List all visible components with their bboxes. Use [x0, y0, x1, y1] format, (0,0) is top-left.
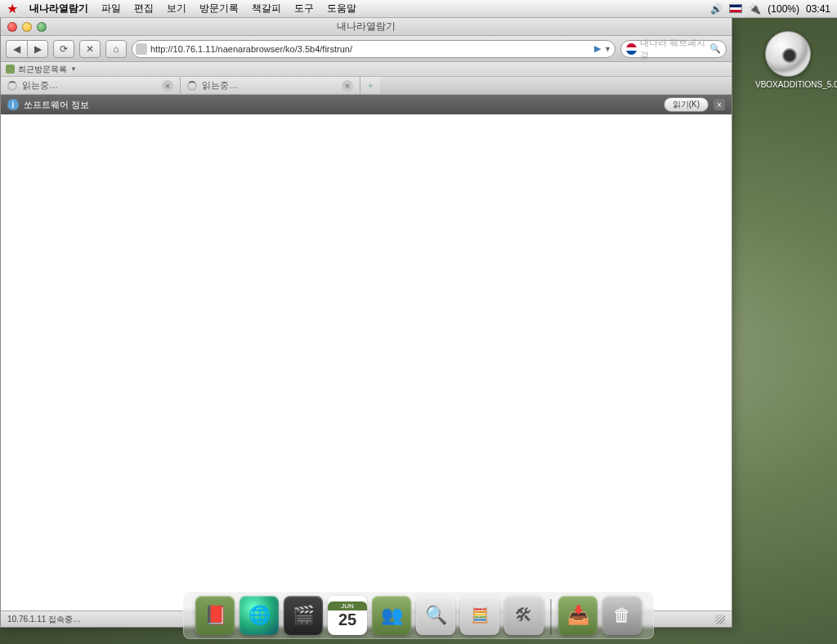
star-logo-icon[interactable]: ★ — [7, 1, 18, 16]
info-icon: i — [7, 99, 19, 110]
battery-icon[interactable]: 🔌 — [749, 3, 761, 15]
dock-calculator-icon[interactable]: 🧮 — [460, 596, 499, 635]
reload-button[interactable]: ⟳ — [53, 40, 74, 58]
tab-label: 읽는중… — [22, 79, 157, 92]
back-button[interactable]: ◀ — [6, 40, 27, 58]
window-title: 내나라열람기 — [337, 20, 396, 34]
url-text: http://10.76.1.11/naenarabrowser/ko/3.5b… — [150, 44, 352, 54]
url-dropdown-icon[interactable]: ▼ — [604, 45, 611, 53]
menu-view[interactable]: 보기 — [160, 0, 193, 17]
search-bar[interactable]: 내나라 웨브페지검 🔍 — [620, 40, 727, 58]
tab-close-button[interactable]: × — [342, 80, 353, 92]
recent-visits-bar[interactable]: 최근방문목록 ▼ — [1, 62, 732, 77]
battery-percent: (100%) — [768, 3, 799, 15]
page-content — [1, 114, 732, 610]
dock-contacts-icon[interactable]: 👥 — [372, 596, 411, 635]
info-bar: i 쏘프트웨어 정보 읽기(K) × — [1, 95, 732, 114]
dock-browser-icon[interactable]: 🌐 — [239, 596, 279, 635]
dock-settings-icon[interactable]: 🛠 — [504, 596, 544, 635]
status-text: 10.76.1.11 접속중… — [7, 614, 81, 625]
tab-strip: 읽는중… × 읽는중… × ＋ — [1, 77, 732, 95]
infobar-close-button[interactable]: × — [714, 99, 725, 110]
dock-video-icon[interactable]: 🎬 — [284, 596, 323, 635]
url-bar[interactable]: http://10.76.1.11/naenarabrowser/ko/3.5b… — [132, 40, 615, 58]
dock: 📕 🌐 🎬 JUN 25 👥 🔍 🧮 🛠 📥 🗑 — [183, 592, 654, 639]
recent-dropdown-icon[interactable]: ▼ — [70, 65, 77, 73]
system-menubar: ★ 내나라열람기 파일 편집 보기 방문기록 책갈피 도구 도움말 🔊 🔌 (1… — [0, 0, 837, 18]
window-maximize-button[interactable] — [37, 22, 47, 32]
cal-month: JUN — [328, 602, 367, 610]
search-engine-icon[interactable] — [626, 43, 637, 55]
browser-window: 내나라열람기 ◀ ▶ ⟳ ✕ ⌂ http://10.76.1.11/naena… — [0, 18, 732, 628]
tab-close-button[interactable]: × — [162, 80, 173, 92]
menu-history[interactable]: 방문기록 — [193, 0, 245, 17]
stop-button[interactable]: ✕ — [79, 40, 101, 58]
dock-search-icon[interactable]: 🔍 — [416, 596, 455, 635]
search-placeholder: 내나라 웨브페지검 — [640, 37, 706, 61]
forward-button[interactable]: ▶ — [27, 40, 48, 58]
window-minimize-button[interactable] — [22, 22, 32, 32]
clock[interactable]: 03:41 — [806, 3, 830, 15]
disc-label: VBOXADDITIONS_5.0....06667 — [755, 80, 821, 89]
infobar-text: 쏘프트웨어 정보 — [24, 99, 89, 111]
dock-addressbook-icon[interactable]: 📕 — [195, 596, 235, 635]
dock-separator — [550, 599, 552, 635]
menu-tools[interactable]: 도구 — [288, 0, 320, 17]
go-icon[interactable]: ▶ — [594, 43, 601, 54]
favicon-icon — [136, 43, 147, 55]
window-close-button[interactable] — [7, 22, 17, 32]
menu-help[interactable]: 도움말 — [320, 0, 363, 17]
dock-downloads-icon[interactable]: 📥 — [558, 596, 598, 635]
recent-label: 최근방문목록 — [18, 64, 67, 75]
resize-grip-icon[interactable] — [715, 615, 725, 624]
cal-day: 25 — [338, 610, 356, 629]
new-tab-button[interactable]: ＋ — [360, 77, 380, 94]
menu-bookmarks[interactable]: 책갈피 — [245, 0, 288, 17]
dock-trash-icon[interactable]: 🗑 — [602, 596, 642, 635]
window-titlebar[interactable]: 내나라열람기 — [1, 18, 732, 36]
browser-toolbar: ◀ ▶ ⟳ ✕ ⌂ http://10.76.1.11/naenarabrows… — [1, 36, 732, 62]
loading-spinner-icon — [7, 81, 17, 91]
search-icon[interactable]: 🔍 — [709, 43, 721, 54]
desktop-disc-icon[interactable]: VBOXADDITIONS_5.0....06667 — [755, 31, 821, 89]
menu-edit[interactable]: 편집 — [128, 0, 160, 17]
tab-2[interactable]: 읽는중… × — [181, 77, 360, 94]
read-button[interactable]: 읽기(K) — [664, 97, 709, 112]
loading-spinner-icon — [187, 81, 197, 91]
menu-app[interactable]: 내나라열람기 — [23, 0, 95, 17]
disc-icon — [765, 31, 811, 77]
volume-icon[interactable]: 🔊 — [710, 3, 723, 15]
tab-label: 읽는중… — [202, 79, 337, 92]
home-button[interactable]: ⌂ — [105, 40, 127, 58]
input-language-icon[interactable] — [729, 4, 742, 13]
recent-badge-icon — [6, 65, 15, 74]
menu-file[interactable]: 파일 — [95, 0, 128, 17]
dock-calendar-icon[interactable]: JUN 25 — [328, 596, 367, 635]
tab-1[interactable]: 읽는중… × — [1, 77, 181, 94]
